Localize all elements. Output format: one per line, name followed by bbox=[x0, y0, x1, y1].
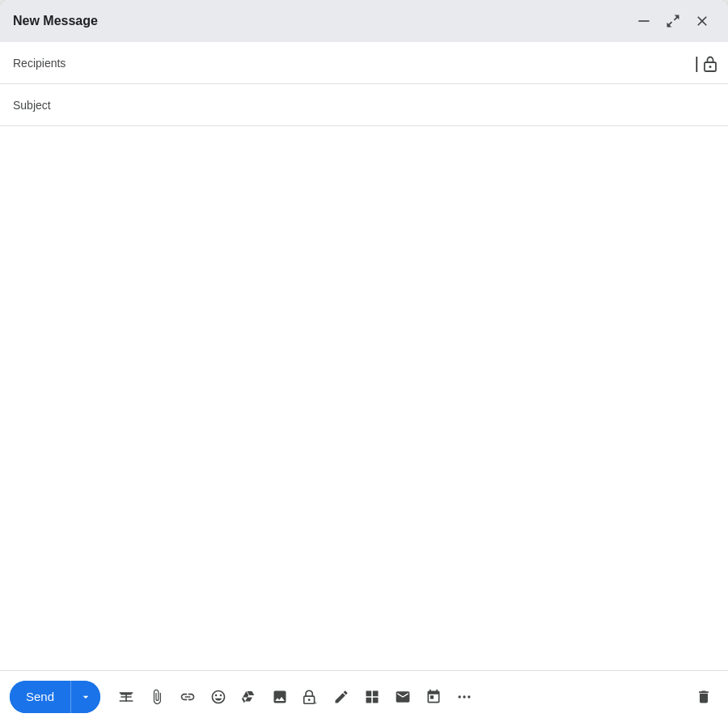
compose-window: New Message Recipients bbox=[0, 0, 728, 722]
confidential-icon: + bbox=[302, 688, 320, 706]
svg-rect-3 bbox=[121, 693, 125, 694]
send-options-dropdown[interactable] bbox=[70, 681, 100, 713]
layout-button[interactable] bbox=[358, 682, 387, 711]
text-cursor: | bbox=[695, 53, 699, 72]
expand-button[interactable] bbox=[660, 8, 686, 34]
signature-icon bbox=[333, 689, 349, 705]
drive-icon bbox=[241, 689, 257, 705]
message-body-input[interactable] bbox=[13, 136, 715, 660]
labels-button[interactable] bbox=[388, 682, 417, 711]
format-text-icon bbox=[118, 689, 134, 705]
minimize-button[interactable] bbox=[631, 8, 657, 34]
photo-icon bbox=[272, 689, 288, 705]
svg-rect-0 bbox=[638, 20, 649, 22]
svg-text:+: + bbox=[314, 699, 317, 706]
attach-button[interactable] bbox=[142, 682, 171, 711]
recipients-input[interactable] bbox=[84, 57, 715, 70]
attach-icon bbox=[149, 689, 165, 705]
more-options-icon bbox=[456, 689, 472, 705]
confidential-button[interactable]: + bbox=[296, 682, 325, 711]
more-options-button[interactable] bbox=[450, 682, 479, 711]
recipients-row: Recipients | bbox=[0, 42, 728, 84]
send-button[interactable]: Send bbox=[10, 681, 70, 713]
mail-icon bbox=[395, 689, 411, 705]
toolbar: Send bbox=[0, 670, 728, 722]
svg-point-8 bbox=[463, 695, 465, 698]
layout-icon bbox=[364, 689, 380, 705]
titlebar-controls bbox=[631, 8, 715, 34]
recipients-label: Recipients bbox=[13, 57, 78, 70]
minimize-icon bbox=[636, 13, 652, 29]
format-text-button[interactable] bbox=[112, 682, 141, 711]
subject-input[interactable] bbox=[84, 99, 715, 112]
expand-icon bbox=[665, 13, 681, 29]
signature-button[interactable] bbox=[327, 682, 356, 711]
send-button-group: Send bbox=[10, 681, 100, 713]
svg-point-7 bbox=[459, 695, 461, 698]
delete-button[interactable] bbox=[689, 682, 718, 711]
encrypt-recipients-button[interactable] bbox=[702, 54, 718, 72]
link-icon bbox=[180, 689, 196, 705]
message-body-area bbox=[0, 126, 728, 670]
emoji-button[interactable] bbox=[204, 682, 233, 711]
schedule-button[interactable] bbox=[419, 682, 448, 711]
close-button[interactable] bbox=[689, 8, 715, 34]
drive-button[interactable] bbox=[235, 682, 264, 711]
svg-point-2 bbox=[709, 66, 712, 68]
photo-button[interactable] bbox=[265, 682, 294, 711]
subject-label: Subject bbox=[13, 99, 78, 112]
close-icon bbox=[694, 13, 710, 29]
window-title: New Message bbox=[13, 14, 98, 28]
titlebar: New Message bbox=[0, 0, 728, 42]
subject-row: Subject bbox=[0, 84, 728, 126]
link-button[interactable] bbox=[173, 682, 202, 711]
svg-point-9 bbox=[468, 695, 470, 698]
delete-icon bbox=[696, 689, 712, 705]
lock-icon bbox=[702, 54, 718, 72]
schedule-icon bbox=[425, 689, 442, 705]
svg-point-5 bbox=[308, 699, 311, 701]
emoji-icon bbox=[210, 689, 226, 705]
chevron-down-icon bbox=[79, 690, 92, 703]
